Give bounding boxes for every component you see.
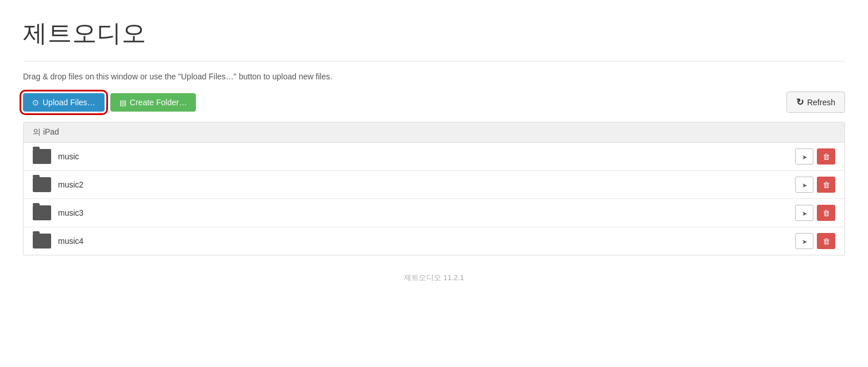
trash-icon (823, 152, 830, 161)
file-actions (795, 233, 835, 249)
move-button[interactable] (795, 233, 813, 249)
table-row: music3 (24, 199, 844, 227)
file-actions (795, 177, 835, 193)
table-row: music2 (24, 171, 844, 199)
folder-icon (33, 177, 51, 192)
create-folder-button[interactable]: Create Folder… (110, 93, 196, 112)
create-folder-label: Create Folder… (130, 98, 187, 107)
upload-icon (32, 98, 39, 107)
delete-button[interactable] (817, 177, 835, 193)
breadcrumb-text: 의 iPad (33, 127, 59, 136)
folder-new-icon (119, 98, 126, 107)
file-actions (795, 205, 835, 221)
app-title: 제트오디오 (23, 17, 845, 49)
refresh-label: Refresh (807, 98, 835, 107)
refresh-button[interactable]: Refresh (786, 91, 845, 113)
toolbar: Upload Files… Create Folder… Refresh (23, 91, 845, 113)
version-label: 제트오디오 11.2.1 (404, 273, 464, 282)
trash-icon (823, 180, 830, 189)
move-button[interactable] (795, 148, 813, 165)
move-button[interactable] (795, 205, 813, 221)
move-icon (802, 152, 807, 161)
delete-button[interactable] (817, 205, 835, 221)
refresh-icon (796, 97, 804, 108)
instruction-text: Drag & drop files on this window or use … (23, 72, 845, 81)
move-icon (802, 208, 807, 217)
breadcrumb: 의 iPad (24, 123, 844, 143)
upload-files-label: Upload Files… (43, 98, 95, 107)
file-browser: 의 iPad music music2 (23, 122, 845, 255)
move-icon (802, 180, 807, 189)
file-name: music3 (58, 208, 795, 217)
file-actions (795, 148, 835, 165)
footer: 제트오디오 11.2.1 (23, 273, 845, 295)
folder-icon (33, 149, 51, 164)
folder-icon (33, 234, 51, 249)
delete-button[interactable] (817, 148, 835, 165)
folder-icon (33, 205, 51, 220)
table-row: music4 (24, 227, 844, 255)
table-row: music (24, 143, 844, 171)
delete-button[interactable] (817, 233, 835, 249)
file-name: music4 (58, 236, 795, 246)
top-divider (23, 61, 845, 62)
upload-files-button[interactable]: Upload Files… (23, 93, 105, 112)
file-list: music music2 music3 (24, 143, 844, 255)
move-icon (802, 236, 807, 246)
trash-icon (823, 236, 830, 246)
trash-icon (823, 208, 830, 217)
move-button[interactable] (795, 177, 813, 193)
file-name: music (58, 152, 795, 161)
file-name: music2 (58, 180, 795, 189)
toolbar-left: Upload Files… Create Folder… (23, 93, 196, 112)
